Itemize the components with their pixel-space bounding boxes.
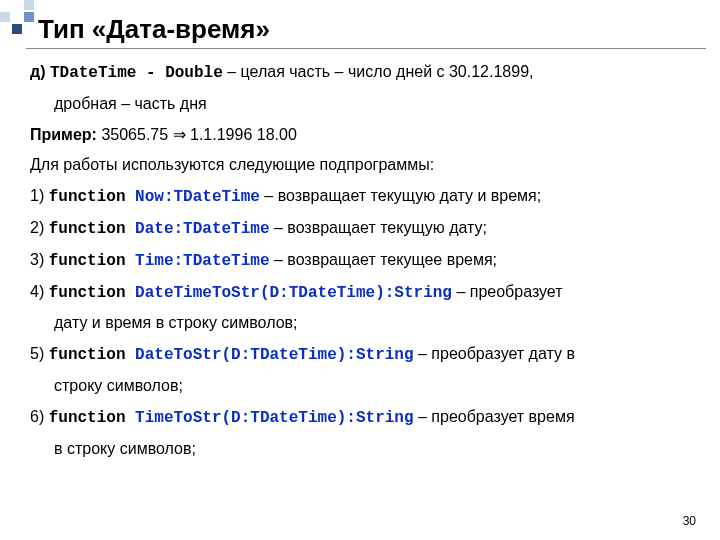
item-1-sig: Now:TDateTime bbox=[135, 188, 260, 206]
item-3-sig: Time:TDateTime bbox=[135, 252, 269, 270]
page-number: 30 bbox=[683, 514, 696, 528]
item-6-sig: TimeToStr(D:TDateTime):String bbox=[135, 409, 413, 427]
title-underline bbox=[26, 48, 706, 49]
content: д) TDateTime - Double – целая часть – чи… bbox=[30, 60, 692, 467]
item-3-desc: – возвращает текущее время; bbox=[270, 251, 498, 268]
item-6-num: 6) bbox=[30, 408, 49, 425]
page-title: Тип «Дата-время» bbox=[38, 14, 270, 45]
intro-typedef: TDateTime - Double bbox=[50, 64, 223, 82]
item-4-num: 4) bbox=[30, 283, 49, 300]
item-6-desc: – преобразует время bbox=[414, 408, 575, 425]
item-2-num: 2) bbox=[30, 219, 49, 236]
item-2-desc: – возвращает текущую дату; bbox=[270, 219, 488, 236]
item-5-kw: function bbox=[49, 346, 135, 364]
intro-prefix: д) bbox=[30, 63, 50, 80]
item-6-kw: function bbox=[49, 409, 135, 427]
intro-line2: дробная – часть дня bbox=[30, 92, 692, 117]
item-1-num: 1) bbox=[30, 187, 49, 204]
item-4-desc2: дату и время в строку символов; bbox=[30, 311, 692, 336]
usage-intro: Для работы используются следующие подпро… bbox=[30, 153, 692, 178]
item-5-num: 5) bbox=[30, 345, 49, 362]
item-4-sig: DateTimeToStr(D:TDateTime):String bbox=[135, 284, 452, 302]
item-5-desc2: строку символов; bbox=[30, 374, 692, 399]
item-1-desc: – возвращает текущую дату и время; bbox=[260, 187, 541, 204]
item-4-desc: – преобразует bbox=[452, 283, 563, 300]
item-2-sig: Date:TDateTime bbox=[135, 220, 269, 238]
item-5-sig: DateToStr(D:TDateTime):String bbox=[135, 346, 413, 364]
example-label: Пример: bbox=[30, 126, 97, 143]
example-value: 35065.75 ⇒ 1.1.1996 18.00 bbox=[97, 126, 297, 143]
item-6-desc2: в строку символов; bbox=[30, 437, 692, 462]
item-1-kw: function bbox=[49, 188, 135, 206]
item-5-desc: – преобразует дату в bbox=[414, 345, 575, 362]
item-3-kw: function bbox=[49, 252, 135, 270]
item-3-num: 3) bbox=[30, 251, 49, 268]
item-4-kw: function bbox=[49, 284, 135, 302]
item-2-kw: function bbox=[49, 220, 135, 238]
intro-rest: – целая часть – число дней с 30.12.1899, bbox=[223, 63, 534, 80]
